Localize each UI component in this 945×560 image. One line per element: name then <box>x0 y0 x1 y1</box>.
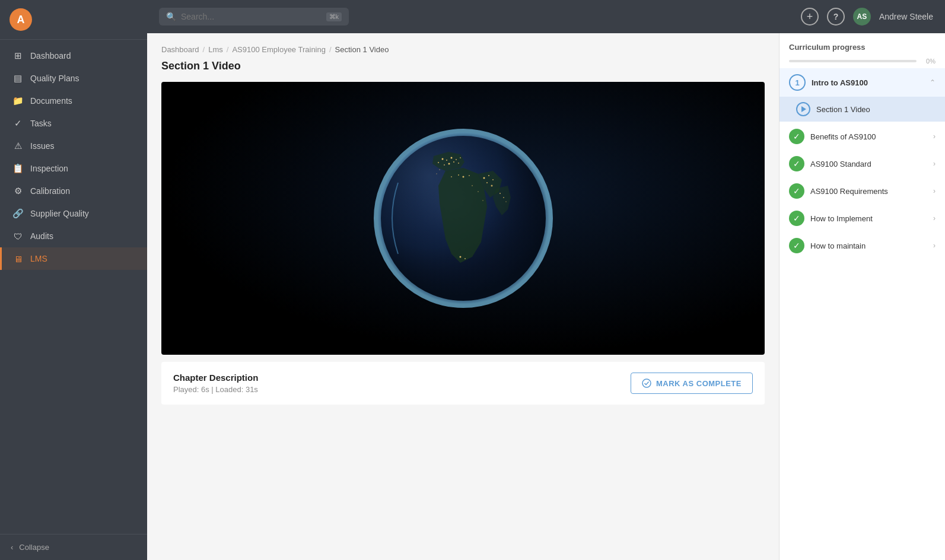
sidebar-item-issues[interactable]: ⚠ Issues <box>0 135 147 157</box>
lms-icon: 🖥 <box>12 253 23 264</box>
sidebar-item-calibration[interactable]: ⚙ Calibration <box>0 180 147 202</box>
breadcrumb-sep-1: / <box>203 45 205 54</box>
sidebar-label-lms: LMS <box>30 254 47 263</box>
svg-point-29 <box>499 193 501 194</box>
sidebar-item-tasks[interactable]: ✓ Tasks <box>0 112 147 135</box>
audits-icon: 🛡 <box>12 231 23 241</box>
curriculum-section-1: 1 Intro to AS9100 ⌃ Section 1 Video <box>779 68 945 122</box>
row-label-implement: How to Implement <box>810 214 927 223</box>
globe-image <box>368 123 558 313</box>
content-area: Dashboard / Lms / AS9100 Employee Traini… <box>147 33 945 560</box>
svg-point-15 <box>492 179 494 180</box>
svg-point-23 <box>478 191 479 192</box>
curriculum-row-maintain[interactable]: ✓ How to maintain › <box>779 232 945 259</box>
svg-point-12 <box>460 157 461 158</box>
sidebar-label-dashboard: Dashboard <box>30 51 71 61</box>
collapse-arrow-icon: ‹ <box>11 543 13 552</box>
chapter-info: Chapter Description Played: 6s | Loaded:… <box>173 373 258 394</box>
current-item-label: Section 1 Video <box>816 105 936 114</box>
breadcrumb-course[interactable]: AS9100 Employee Training <box>232 45 326 54</box>
sidebar-item-dashboard[interactable]: ⊞ Dashboard <box>0 44 147 67</box>
breadcrumb-lms[interactable]: Lms <box>208 45 223 54</box>
svg-point-18 <box>451 176 452 177</box>
curriculum-current-item[interactable]: Section 1 Video <box>779 97 945 122</box>
svg-point-6 <box>456 159 457 160</box>
play-circle-icon <box>796 102 810 116</box>
search-box[interactable]: 🔍 ⌘k <box>159 8 349 26</box>
curriculum-sidebar: Curriculum progress 0% 1 Intro to AS9100… <box>779 33 945 560</box>
search-icon: 🔍 <box>166 12 176 21</box>
svg-point-11 <box>458 163 459 164</box>
chapter-box: Chapter Description Played: 6s | Loaded:… <box>161 362 765 405</box>
breadcrumb-sep-2: / <box>227 45 229 54</box>
breadcrumb-sep-3: / <box>329 45 332 54</box>
row-chevron-implement: › <box>933 214 936 222</box>
svg-point-22 <box>472 185 473 186</box>
sidebar-item-audits[interactable]: 🛡 Audits <box>0 225 147 247</box>
sidebar-label-tasks: Tasks <box>30 119 52 128</box>
play-triangle-icon <box>801 106 806 112</box>
row-label-benefits: Benefits of AS9100 <box>810 132 927 141</box>
sidebar-label-calibration: Calibration <box>30 186 70 196</box>
check-circle-standard: ✓ <box>789 156 804 171</box>
sidebar-label-documents: Documents <box>30 96 72 106</box>
svg-point-27 <box>459 256 461 258</box>
mark-complete-label: MARK AS COMPLETE <box>656 379 742 388</box>
collapse-button[interactable]: ‹ Collapse <box>0 534 147 560</box>
curriculum-row-benefits[interactable]: ✓ Benefits of AS9100 › <box>779 123 945 150</box>
curriculum-title: Curriculum progress <box>779 43 945 58</box>
svg-point-13 <box>483 177 485 179</box>
avatar: AS <box>853 8 871 26</box>
progress-percentage: 0% <box>921 58 936 65</box>
breadcrumb-dashboard[interactable]: Dashboard <box>161 45 199 54</box>
curriculum-row-implement[interactable]: ✓ How to Implement › <box>779 205 945 232</box>
sidebar-logo: A <box>0 0 147 40</box>
add-button[interactable]: + <box>801 8 819 26</box>
svg-point-8 <box>444 164 445 166</box>
chapter-title: Chapter Description <box>173 373 258 383</box>
mark-complete-icon <box>642 378 651 388</box>
curriculum-section-header[interactable]: 1 Intro to AS9100 ⌃ <box>779 68 945 97</box>
svg-point-3 <box>441 158 443 160</box>
tasks-icon: ✓ <box>12 118 23 129</box>
svg-point-7 <box>438 162 439 163</box>
section-chevron-up-icon: ⌃ <box>930 78 936 87</box>
sidebar-item-inspection[interactable]: 📋 Inspection <box>0 157 147 180</box>
supplier-quality-icon: 🔗 <box>12 208 23 219</box>
row-chevron-maintain: › <box>933 241 936 250</box>
svg-point-28 <box>464 258 466 259</box>
svg-point-16 <box>486 182 488 183</box>
check-circle-maintain: ✓ <box>789 238 804 253</box>
svg-point-33 <box>642 379 651 387</box>
svg-point-17 <box>491 185 492 187</box>
video-player[interactable] <box>161 82 765 355</box>
sidebar: A ⊞ Dashboard ▤ Quality Plans 📁 Document… <box>0 0 147 560</box>
help-button[interactable]: ? <box>827 8 845 26</box>
curriculum-row-standard[interactable]: ✓ AS9100 Standard › <box>779 150 945 177</box>
row-label-requirements: AS9100 Requirements <box>810 187 927 196</box>
row-chevron-standard: › <box>933 160 936 168</box>
issues-icon: ⚠ <box>12 141 23 151</box>
curriculum-row-requirements[interactable]: ✓ AS9100 Requirements › <box>779 177 945 205</box>
sidebar-label-issues: Issues <box>30 141 54 151</box>
collapse-label: Collapse <box>19 543 49 552</box>
sidebar-nav: ⊞ Dashboard ▤ Quality Plans 📁 Documents … <box>0 40 147 534</box>
topbar-right: + ? AS Andrew Steele <box>801 8 933 26</box>
svg-point-20 <box>462 176 464 178</box>
row-label-maintain: How to maintain <box>810 241 927 250</box>
search-input[interactable] <box>181 12 322 21</box>
sidebar-item-lms[interactable]: 🖥 LMS <box>0 247 147 270</box>
sidebar-item-documents[interactable]: 📁 Documents <box>0 90 147 112</box>
sidebar-item-supplier-quality[interactable]: 🔗 Supplier Quality <box>0 202 147 225</box>
search-shortcut: ⌘k <box>326 12 342 21</box>
sidebar-item-quality-plans[interactable]: ▤ Quality Plans <box>0 67 147 90</box>
user-name: Andrew Steele <box>879 12 933 21</box>
check-circle-implement: ✓ <box>789 211 804 226</box>
mark-complete-button[interactable]: MARK AS COMPLETE <box>631 373 753 394</box>
breadcrumb-current: Section 1 Video <box>335 45 389 54</box>
svg-point-10 <box>453 161 454 163</box>
section-number-badge: 1 <box>789 74 806 91</box>
row-label-standard: AS9100 Standard <box>810 160 927 168</box>
check-circle-benefits: ✓ <box>789 129 804 144</box>
progress-bar-container: 0% <box>779 58 945 65</box>
